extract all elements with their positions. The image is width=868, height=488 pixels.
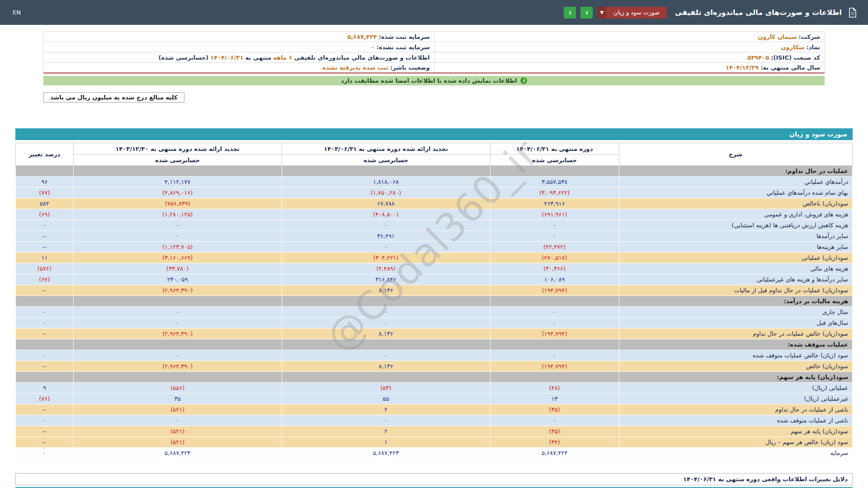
row-value: ۳۱۶,۸۴۶ (282, 274, 490, 285)
row-value: ۱۳ (490, 394, 619, 404)
row-value: ۰ (490, 415, 619, 426)
row-value: (۱۹۴,۷۹۴) (490, 328, 619, 339)
info-cell: وضعیت ناشر: ثبت شده پذیرفته نشده (44, 63, 434, 73)
statement-row: هزینه کاهش ارزش دریافتنی ها (هزینه استثن… (16, 220, 853, 231)
statement-section-row: عملیات در حال تداوم: (16, 166, 853, 177)
row-percent: ۵۸۴ (16, 198, 74, 209)
row-value: ۰ (490, 318, 619, 328)
row-value: ۵,۶۸۷,۴۲۳ (73, 448, 282, 459)
info-cell: کد صنعت (ISIC): ۵۳۹۴۰۵ (434, 52, 825, 63)
row-label: سود(زیان) پایه هر سهم: (619, 372, 852, 383)
row-label: سود(زیان) عملیاتی (619, 253, 852, 263)
row-value: ۰ (282, 220, 490, 231)
row-percent: (۵۷۶) (16, 263, 74, 274)
income-statement-section: صورت سود و زیان شرح دوره منتهی به ۱۴۰۴/۰… (15, 128, 853, 459)
row-percent (16, 339, 74, 350)
statement-row: ناشی از عملیات در حال تداوم(۳۵)۲(۵۲۱)-- (16, 404, 853, 415)
info-label: اطلاعات و صورت‌های مالی میاندوره‌ای تلفی… (294, 54, 430, 61)
info-row: کد صنعت (ISIC): ۵۳۹۴۰۵ اطلاعات و صورت‌ها… (44, 52, 825, 63)
statement-rows: عملیات در حال تداوم:درآمدهاي عملياتي۳,۵۵… (16, 166, 853, 459)
statement-header: شرح دوره منتهی به ۱۴۰۴/۰۶/۳۱ تجدید ارائه… (16, 143, 853, 166)
row-value: (۴۲,۴۷۲) (490, 242, 619, 253)
info-label: سرمایه ثبت شده: (379, 33, 430, 40)
changes-reason-header: دلایل تغییرات اطلاعات واقعی دوره منتهی ب… (15, 473, 853, 485)
row-value: (۳۳,۷۸۰) (73, 263, 282, 274)
currency-unit-note: کلیه مبالغ درج شده به میلیون ریال می باش… (43, 92, 184, 103)
row-value: ۰ (73, 318, 282, 328)
column-header-percent-change: درصد تغییر (16, 143, 74, 166)
report-type-dropdown[interactable]: صورت سود و زیان ▼ (597, 7, 667, 19)
row-value: (۱,۷۵۰,۲۸۰) (282, 188, 490, 198)
row-value: ۴,۱۱۲,۱۷۷ (73, 177, 282, 188)
row-value: (۵۵۶) (73, 383, 282, 394)
row-percent: ۰ (16, 415, 74, 426)
column-header-period-restated-1: تجدید ارائه شده دوره منتهی به ۱۴۰۳/۰۶/۳۱ (282, 143, 490, 155)
row-label: درآمدهاي عملياتي (619, 177, 852, 188)
nav-arrow-right-button[interactable]: › (580, 7, 593, 19)
signature-match-banner: i اطلاعات نمایش داده شده با اطلاعات امضا… (43, 76, 825, 85)
row-value: (۲,۹۶۴,۳۹۰) (73, 285, 282, 296)
row-label: سایر هزینه‌ها (619, 242, 852, 253)
info-label: منتهی به (245, 54, 271, 61)
info-label: سرمایه ثبت نشده: (376, 44, 429, 51)
row-label: سود (زیان) خالص هر سهم – ریال (619, 437, 852, 448)
row-value: (۳۰۴,۲۲۱) (282, 253, 490, 263)
info-cell: سرمایه ثبت نشده: ۰ (44, 42, 434, 52)
page: اطلاعات و صورت‌های مالی میاندوره‌ای تلفی… (0, 0, 868, 488)
statement-row: سایر درآمدها و هزینه های غیرعملیاتی۱۰۶,۰… (16, 274, 853, 285)
row-value: (۳۰,۳۶۶) (490, 263, 619, 274)
row-label: غیرعملیاتی (ریال) (619, 394, 852, 404)
report-type-selected-value: صورت سود و زیان (606, 7, 667, 19)
row-value: ۰ (490, 350, 619, 361)
row-label: عملیات متوقف شده: (619, 339, 852, 350)
row-percent: ۰ (16, 448, 74, 459)
info-label: کد صنعت (ISIC): (771, 54, 820, 61)
row-value: (۳,۱۶۰,۶۶۹) (73, 253, 282, 263)
info-value: ثبت شده پذیرفته نشده (322, 64, 388, 71)
row-percent: (۶۷) (16, 274, 74, 285)
row-value (73, 166, 282, 177)
row-value (282, 296, 490, 307)
row-value: ۵,۶۸۷,۴۲۳ (282, 448, 490, 459)
row-percent: ۰ (16, 220, 74, 231)
info-cell: نماد: سکارون (434, 42, 825, 52)
info-row: سال مالی منتهی به: ۱۴۰۴/۱۲/۲۹ وضعیت ناشر… (44, 63, 825, 73)
info-label: شرکت: (799, 33, 820, 40)
row-value: ۲ (282, 426, 490, 437)
statement-section-row: عملیات متوقف شده: (16, 339, 853, 350)
nav-arrow-left-button[interactable]: ‹ (564, 7, 576, 19)
row-value: ۴۶۳,۹۱۶ (490, 198, 619, 209)
info-value: ۱۴۰۴/۱۲/۲۹ (726, 64, 759, 71)
income-statement-table: شرح دوره منتهی به ۱۴۰۴/۰۶/۳۱ تجدید ارائه… (15, 143, 853, 459)
row-percent: -- (16, 285, 74, 296)
row-value (282, 372, 490, 383)
row-percent: -- (16, 242, 74, 253)
row-percent: -- (16, 437, 74, 448)
row-value: (۱,۱۲۳,۷۰۵) (73, 242, 282, 253)
info-cell: شرکت: سیمان کارون (434, 32, 825, 42)
audited-label: حسابرسی شده (282, 155, 490, 166)
row-percent: ۹۶ (16, 177, 74, 188)
row-value: ۳,۵۵۷,۵۳۸ (490, 177, 619, 188)
row-percent: (۷۶) (16, 394, 74, 404)
statement-row: درآمدهاي عملياتي۳,۵۵۷,۵۳۸۱,۸۱۸,۰۶۸۴,۱۱۲,… (16, 177, 853, 188)
row-label: هزینه های مالی (619, 263, 852, 274)
column-header-period-restated-2: تجدید ارائه شده دوره منتهی به ۱۴۰۳/۱۲/۳۰ (73, 143, 282, 155)
row-label: سود(زیان) پایه هر سهم (619, 426, 852, 437)
info-label: نماد: (807, 44, 820, 51)
row-value (490, 339, 619, 350)
row-value: ۰ (282, 318, 490, 328)
language-toggle-en[interactable]: EN (10, 7, 24, 18)
row-percent: -- (16, 361, 74, 372)
row-value (73, 372, 282, 383)
statement-row: بهاي تمام شده درآمدهاي عملياتي(۳,۰۹۳,۶۲۲… (16, 188, 853, 198)
row-percent: ۰ (16, 350, 74, 361)
row-label: هزینه کاهش ارزش دریافتنی ها (هزینه استثن… (619, 220, 852, 231)
row-value (73, 296, 282, 307)
statement-section-row: سود(زیان) پایه هر سهم: (16, 372, 853, 383)
signature-match-text: اطلاعات نمایش داده شده با اطلاعات امضا ش… (341, 77, 517, 84)
row-value: ۰ (73, 231, 282, 242)
row-value: ۰ (490, 307, 619, 318)
row-percent: ۹ (16, 383, 74, 394)
row-value: ۰ (490, 220, 619, 231)
